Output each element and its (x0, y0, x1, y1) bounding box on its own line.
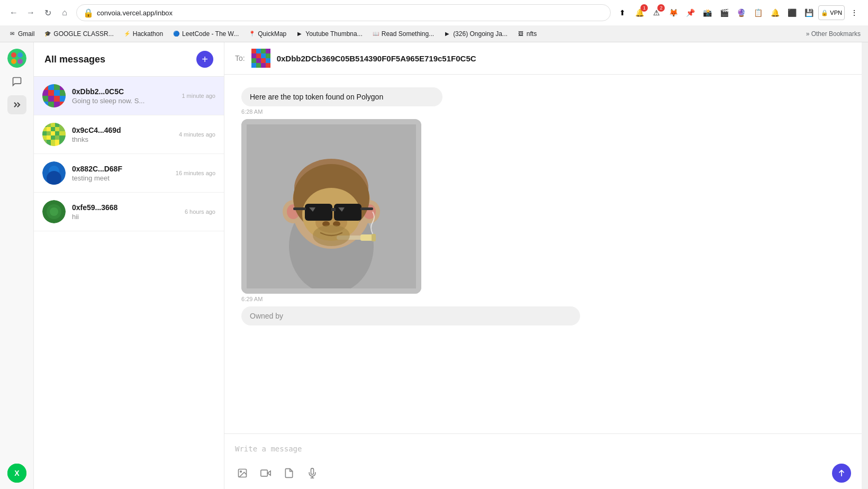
video-attach-icon[interactable] (258, 466, 273, 481)
svg-rect-104 (261, 470, 268, 476)
conversation-time-3: 16 minutes ago (176, 170, 215, 176)
document-attach-icon[interactable] (282, 466, 296, 481)
address-bar[interactable]: 🔒 convoia.vercel.app/inbox (76, 4, 611, 21)
svg-rect-21 (48, 102, 54, 107)
svg-rect-11 (60, 84, 66, 90)
image-attach-icon[interactable] (235, 466, 250, 481)
conversation-item-2[interactable]: 0x9cC4...469d thnks 4 minutes ago (34, 115, 224, 154)
input-toolbar (235, 459, 851, 483)
ext-icon-9[interactable]: 💾 (801, 5, 816, 20)
svg-point-2 (17, 52, 23, 58)
conversation-item-1[interactable]: 0xDbb2...0C5C Going to sleep now. S... 1… (34, 77, 224, 115)
ext-icon-2[interactable]: 📌 (683, 5, 698, 20)
bookmarks-bar: ✉ Gmail 🎓 GOOGLE CLASSR... ⚡ Hackathon 🔵… (0, 25, 868, 42)
notification-1[interactable]: 🔔1 (632, 5, 647, 20)
bookmark-leetcode[interactable]: 🔵 LeetCode - The W... (168, 29, 243, 39)
add-conversation-button[interactable]: + (196, 51, 213, 68)
browser-chrome: ← → ↻ ⌂ 🔒 convoia.vercel.app/inbox ⬆ 🔔1 … (0, 0, 868, 42)
notification-2[interactable]: ⚠2 (649, 5, 664, 20)
ext-icon-6[interactable]: 📋 (751, 5, 765, 20)
svg-rect-73 (251, 63, 256, 68)
bookmark-google-classroom[interactable]: 🎓 GOOGLE CLASSR... (40, 29, 117, 39)
bookmark-ongoing[interactable]: ▶ (326) Ongoing Ja... (439, 29, 512, 39)
bookmark-hackathon[interactable]: ⚡ Hackathon (119, 29, 167, 39)
url-text: convoia.vercel.app/inbox (97, 9, 173, 17)
recipient-address: 0xDbb2DCb369C05B514390F0F5A965E719c51F0C… (277, 54, 476, 63)
forward-button[interactable]: → (23, 5, 38, 20)
svg-rect-14 (54, 90, 60, 96)
nft-image-container (241, 119, 421, 294)
svg-point-59 (50, 207, 58, 216)
to-label: To: (235, 54, 245, 62)
bookmark-gmail[interactable]: ✉ Gmail (4, 29, 39, 39)
quickmap-favicon: 📍 (248, 30, 256, 38)
svg-rect-38 (47, 131, 51, 135)
message-input[interactable] (235, 440, 851, 457)
avatar-dbb2 (42, 84, 66, 107)
bookmark-nfts[interactable]: 🖼 nfts (513, 29, 541, 39)
svg-rect-72 (266, 58, 270, 63)
ext-icon-5[interactable]: 🔮 (734, 5, 748, 20)
conversation-address-3: 0x882C...D68F (72, 165, 169, 173)
conversation-item-4[interactable]: 0xfe59...3668 hii 6 hours ago (34, 193, 224, 231)
svg-rect-40 (55, 131, 59, 135)
svg-rect-36 (59, 127, 66, 131)
message-text-1: Here are the top token found on Polygon (241, 87, 442, 106)
bookmark-quickmap[interactable]: 📍 QuickMap (244, 29, 291, 39)
avatar-882c (42, 161, 66, 185)
back-button[interactable]: ← (6, 5, 21, 20)
svg-rect-12 (42, 90, 48, 96)
youtube-favicon: ▶ (296, 30, 303, 38)
svg-rect-43 (47, 135, 51, 140)
ext-icon-1[interactable]: 🦊 (666, 5, 681, 20)
ext-icon-4[interactable]: 🎬 (717, 5, 731, 20)
conversation-item-3[interactable]: 0x882C...D68F testing meet 16 minutes ag… (34, 154, 224, 193)
ext-icon-7[interactable]: 🔔 (767, 5, 782, 20)
read-favicon: 📖 (372, 30, 379, 38)
ext-icon-8[interactable]: ⬛ (784, 5, 799, 20)
user-avatar[interactable]: X (7, 464, 26, 483)
avatar-9cc4 (42, 123, 66, 146)
chat-main: To: 0xDbb (224, 42, 862, 489)
svg-rect-71 (261, 58, 266, 63)
svg-rect-37 (42, 131, 47, 135)
hackathon-favicon: ⚡ (123, 30, 131, 38)
expand-nav-icon[interactable] (7, 95, 26, 114)
app-logo[interactable] (7, 49, 26, 68)
sidebar-bottom: X (7, 464, 26, 483)
conversation-address-2: 0x9cC4...469d (72, 126, 173, 134)
svg-point-100 (313, 225, 350, 246)
svg-rect-96 (334, 204, 361, 221)
send-button[interactable] (832, 464, 851, 483)
svg-rect-62 (256, 49, 261, 53)
svg-rect-32 (42, 127, 47, 131)
bookmarks-more[interactable]: » Other Bookmarks (803, 29, 864, 39)
messages-header: All messages + (34, 42, 224, 77)
home-button[interactable]: ⌂ (57, 5, 72, 20)
bookmark-read-something[interactable]: 📖 Read Something... (368, 29, 438, 39)
classroom-favicon: 🎓 (44, 30, 51, 38)
audio-record-icon[interactable] (305, 466, 320, 481)
svg-rect-67 (261, 53, 266, 58)
svg-point-3 (11, 59, 16, 64)
svg-rect-44 (51, 135, 55, 140)
bookmark-youtube[interactable]: ▶ Youtube Thumbna... (292, 29, 366, 39)
right-scrollbar[interactable] (862, 42, 868, 489)
share-icon[interactable]: ⬆ (615, 5, 630, 20)
chat-nav-icon[interactable] (7, 72, 26, 91)
ext-icon-3[interactable]: 📸 (700, 5, 715, 20)
conversation-time-4: 6 hours ago (185, 209, 215, 215)
avatar-fe59 (42, 200, 66, 223)
conversation-content-3: 0x882C...D68F testing meet (72, 165, 169, 182)
svg-rect-33 (47, 127, 51, 131)
svg-rect-65 (251, 53, 256, 58)
svg-rect-49 (51, 140, 55, 146)
svg-rect-10 (54, 84, 60, 90)
chat-messages: Here are the top token found on Polygon … (224, 75, 862, 433)
vpn-icon[interactable]: 🔒 VPN (818, 5, 845, 20)
message-time-1: 6:28 AM (241, 108, 845, 115)
svg-rect-95 (305, 204, 332, 221)
svg-rect-45 (55, 135, 59, 140)
menu-icon[interactable]: ⋮ (847, 5, 862, 20)
reload-button[interactable]: ↻ (40, 5, 55, 20)
